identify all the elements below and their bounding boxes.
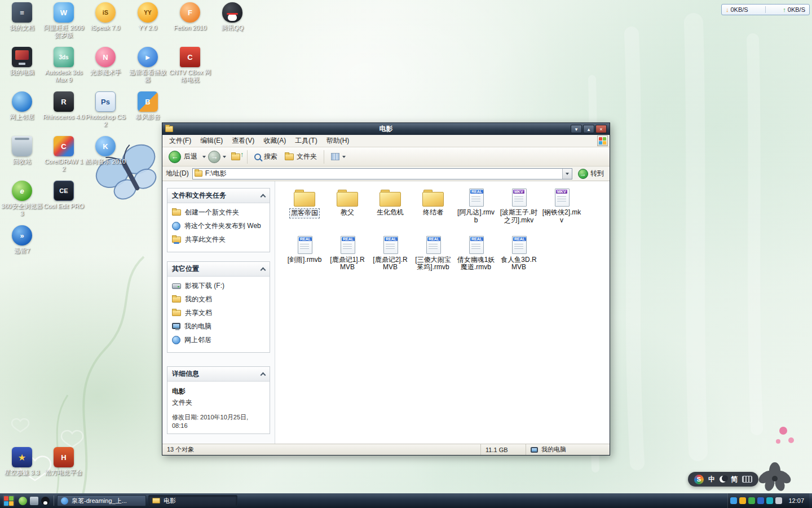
details-panel-header[interactable]: 详细信息 <box>167 367 270 382</box>
task-link[interactable]: 共享此文件夹 <box>172 235 265 244</box>
desktop-icon-label: 浩方电竞平台 <box>45 469 82 476</box>
sogou-logo-icon[interactable]: S <box>694 475 704 484</box>
desktop-icon[interactable]: CE Cool Edit PRO <box>43 181 85 225</box>
task-link-icon <box>172 222 180 230</box>
tray-icon[interactable] <box>766 497 773 504</box>
up-button[interactable] <box>228 152 243 161</box>
file-item[interactable]: REAL [鹿鼎记2].RMVB <box>369 235 412 273</box>
menu-item[interactable]: 帮助(H) <box>322 134 354 147</box>
places-panel-header[interactable]: 其它位置 <box>167 262 270 277</box>
file-item[interactable]: REAL [剑雨].rmvb <box>283 235 326 273</box>
title-bar[interactable]: 电影 ▾ ▴ × <box>162 123 610 135</box>
folders-button[interactable]: 文件夹 <box>282 151 320 163</box>
place-link[interactable]: 共享文档 <box>172 309 265 317</box>
desktop-icon-label: 我的文档 <box>10 24 34 32</box>
toolbar: 后退 搜索 文件夹 <box>162 147 610 167</box>
start-button[interactable] <box>3 495 15 507</box>
ime-simplified-toggle[interactable]: 简 <box>731 475 738 484</box>
desktop-icon[interactable]: H 浩方电竞平台 <box>43 447 85 492</box>
forward-button[interactable] <box>208 151 220 163</box>
file-item[interactable]: 黑客帝国 <box>283 188 326 225</box>
search-label: 搜索 <box>264 152 277 161</box>
soft-keyboard-icon[interactable] <box>742 476 752 483</box>
file-item[interactable]: MKV [钢铁侠2].mkv <box>540 188 583 225</box>
desktop-icon[interactable]: C CNTV CBox 网络电视 <box>169 47 211 91</box>
file-label: 生化危机 <box>376 208 405 217</box>
file-item[interactable]: 教父 <box>326 188 369 225</box>
desktop-icon[interactable]: » 迅雷7 <box>1 225 43 270</box>
desktop-icon[interactable]: 腾讯QQ <box>211 2 253 47</box>
menu-item[interactable]: 工具(T) <box>290 134 321 147</box>
close-button[interactable]: × <box>595 125 607 133</box>
desktop-icon[interactable]: 我的电脑 <box>1 47 43 91</box>
file-item[interactable]: 终结者 <box>412 188 454 225</box>
task-link[interactable]: 创建一个新文件夹 <box>172 208 265 217</box>
full-half-width-icon[interactable] <box>720 476 726 483</box>
task-link[interactable]: 将这个文件夹发布到 Web <box>172 222 265 230</box>
menu-item[interactable]: 文件(F) <box>165 134 196 147</box>
back-button[interactable]: 后退 <box>166 150 200 164</box>
net-speed-monitor[interactable]: 0KB/S 0KB/S <box>721 4 810 15</box>
tray-icon[interactable] <box>748 497 755 504</box>
tray-icon[interactable] <box>757 497 764 504</box>
desktop-icon[interactable]: e 360安全浏览器 3 <box>1 181 43 225</box>
desktop-icon[interactable]: ★ 星空极速 3.3 <box>1 447 43 492</box>
menu-item[interactable]: 收藏(A) <box>259 134 290 147</box>
go-button[interactable]: 转到 <box>576 169 606 179</box>
ime-toolbar[interactable]: S 中 简 <box>688 472 758 487</box>
desktop-icon[interactable]: Ps Photoshop CS2 <box>85 91 126 136</box>
back-dropdown[interactable] <box>202 155 206 159</box>
desktop-icon-label: 网上邻居 <box>10 113 34 121</box>
upload-arrow-icon <box>783 6 786 13</box>
taskbar-task-button[interactable]: 电影 <box>148 495 237 506</box>
file-item[interactable]: 生化危机 <box>369 188 412 225</box>
desktop-icon[interactable]: 3ds Autodesk 3ds Max 9 <box>43 47 85 91</box>
icon-glyph: N <box>103 53 108 62</box>
desktop-icon[interactable]: W 阿里旺旺 2009贺岁版 <box>43 2 85 47</box>
tray-icon[interactable] <box>730 497 737 504</box>
quick-launch-icon[interactable] <box>41 497 50 505</box>
desktop-icon[interactable]: ▶ 迅雷看看播放器 <box>127 47 169 91</box>
address-dropdown[interactable] <box>562 169 572 179</box>
desktop-icon[interactable]: K 酷狗音乐 2010 <box>85 136 126 181</box>
forward-dropdown[interactable] <box>222 155 227 159</box>
desktop-icon[interactable]: R Rhinoceros 4.0 <box>43 91 85 136</box>
tray-icon[interactable] <box>775 497 782 504</box>
desktop-icon[interactable]: 网上邻居 <box>1 91 43 136</box>
maximize-button[interactable]: ▴ <box>583 125 594 133</box>
place-link[interactable]: 我的文档 <box>172 295 265 304</box>
ime-language-toggle[interactable]: 中 <box>708 475 715 484</box>
menu-item[interactable]: 编辑(E) <box>196 134 227 147</box>
file-item[interactable]: MKV [波斯王子.时之刃].mkv <box>497 188 540 225</box>
desktop-icon[interactable]: C CorelDRAW 12 <box>43 136 85 181</box>
window-body: 文件和文件夹任务 创建一个新文件夹 <box>162 181 610 444</box>
place-link[interactable]: 网上邻居 <box>172 336 265 344</box>
taskbar-task-button[interactable]: 泉茗-dreaming_上... <box>57 495 146 506</box>
desktop-icon[interactable]: ≡ 我的文档 <box>1 2 43 47</box>
window-shade-button[interactable]: ▾ <box>571 125 582 133</box>
desktop-icon[interactable]: F Fetion 2010 <box>169 2 211 47</box>
search-button[interactable]: 搜索 <box>251 151 280 163</box>
desktop-icon[interactable]: 回收站 <box>1 136 43 181</box>
file-item[interactable]: REAL [阿凡达].rmvb <box>454 188 497 225</box>
views-button[interactable] <box>328 152 348 161</box>
file-item[interactable]: REAL [鹿鼎记1].RMVB <box>326 235 369 273</box>
place-link[interactable]: 影视下载 (F:) <box>172 282 265 290</box>
quick-launch-icon[interactable] <box>19 497 27 505</box>
file-item[interactable]: REAL 倩女幽魂1妖魔道.rmvb <box>454 235 497 273</box>
desktop-icon[interactable]: iS iSpeak 7.0 <box>85 2 126 47</box>
tray-icon[interactable] <box>739 497 746 504</box>
menu-item[interactable]: 查看(V) <box>227 134 259 147</box>
file-item[interactable]: REAL 食人鱼3D.RMVB <box>497 235 540 273</box>
clock[interactable]: 12:07 <box>785 497 807 504</box>
desktop-icon-image: YY <box>138 2 158 23</box>
quick-launch-icon[interactable] <box>30 497 38 505</box>
tasks-panel-header[interactable]: 文件和文件夹任务 <box>167 189 270 203</box>
desktop-icon[interactable]: N 光影魔术手 <box>85 47 126 91</box>
desktop-icon[interactable]: YY YY 2.0 <box>127 2 169 47</box>
address-input[interactable]: F:\电影 <box>192 168 572 179</box>
desktop: 0KB/S 0KB/S ≡ 我的文档 我的电脑 网上邻居 <box>0 0 812 508</box>
sidebar: 文件和文件夹任务 创建一个新文件夹 <box>162 181 275 444</box>
file-item[interactable]: REAL [三傻大闹宝莱坞].rmvb <box>412 235 454 273</box>
place-link[interactable]: 我的电脑 <box>172 322 265 331</box>
